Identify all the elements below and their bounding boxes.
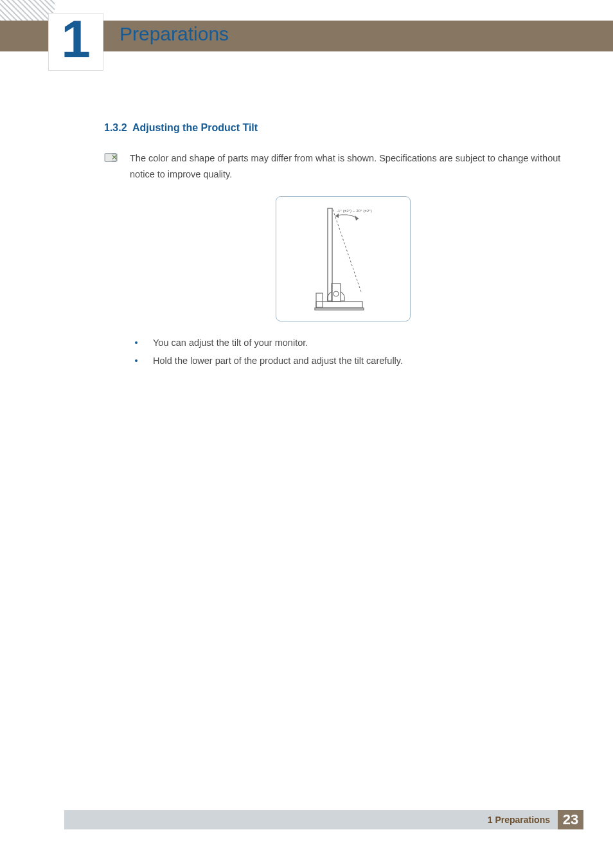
- svg-rect-8: [315, 308, 364, 310]
- list-item: You can adjust the tilt of your monitor.: [135, 334, 582, 352]
- svg-rect-5: [332, 284, 341, 302]
- bullet-list: You can adjust the tilt of your monitor.…: [104, 334, 582, 370]
- chapter-title: Preparations: [120, 23, 229, 45]
- svg-marker-3: [335, 213, 339, 218]
- tilt-range-label: -1° (±2°) ~ 20° (±2°): [337, 208, 372, 213]
- svg-rect-9: [316, 293, 323, 307]
- chapter-number-box: 1: [48, 13, 103, 71]
- page-number: 23: [558, 810, 583, 829]
- svg-rect-7: [316, 302, 362, 308]
- bullet-text: Hold the lower part of the product and a…: [153, 356, 403, 366]
- note-icon: [104, 152, 118, 163]
- svg-point-6: [333, 291, 339, 296]
- note-block: The color and shape of parts may differ …: [104, 150, 582, 182]
- svg-line-2: [333, 210, 361, 292]
- content-area: 1.3.2 Adjusting the Product Tilt The col…: [104, 122, 582, 370]
- tilt-figure: -1° (±2°) ~ 20° (±2°): [276, 196, 411, 321]
- list-item: Hold the lower part of the product and a…: [135, 352, 582, 370]
- section-title: Adjusting the Product Tilt: [132, 122, 258, 133]
- section-number: 1.3.2: [104, 122, 127, 133]
- bullet-text: You can adjust the tilt of your monitor.: [153, 338, 308, 348]
- section-heading: 1.3.2 Adjusting the Product Tilt: [104, 122, 582, 134]
- footer-bar: 1 Preparations 23: [64, 810, 583, 829]
- note-text: The color and shape of parts may differ …: [130, 150, 582, 182]
- chapter-number: 1: [61, 13, 91, 66]
- footer-text: 1 Preparations: [488, 815, 558, 825]
